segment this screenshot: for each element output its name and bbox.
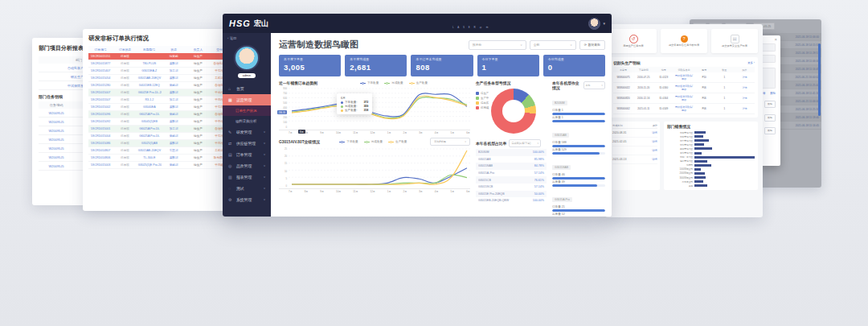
sidebar-item-报表管理[interactable]: ▥报表管理˅ bbox=[223, 171, 271, 183]
done-col-action: 操作 bbox=[653, 124, 657, 127]
upload-delete-button-3[interactable]: 删除 bbox=[764, 127, 776, 134]
detail-link[interactable]: 详情 bbox=[652, 158, 657, 161]
legend-item[interactable]: 下单数量 bbox=[360, 81, 379, 85]
upload-delete-button-2[interactable]: 删除 bbox=[764, 114, 776, 122]
sidebar-subitem-订单生产状况[interactable]: 订单生产状况 bbox=[223, 105, 271, 116]
legend-item[interactable]: 完成数量 bbox=[364, 140, 383, 143]
table-cell: 已审核 bbox=[113, 97, 137, 104]
sidebar-item-测试[interactable]: ◌测试˅ bbox=[223, 183, 271, 194]
table-row[interactable]: 5SCRD014807已审核G3015AB-20EQV东区部待生产工程部/项目 bbox=[88, 147, 235, 155]
table-cell: 两次组装切割头/回收 bbox=[674, 83, 694, 93]
column-header[interactable]: 负责人 bbox=[186, 46, 210, 53]
model-completion-table: B2030M100.00%G3015AB85.98%G3015SAB84.78%… bbox=[476, 149, 547, 204]
column-header[interactable]: 任务编码 bbox=[39, 101, 74, 109]
table-row[interactable]: 5SCRD015007已审核G6025E Pro-DL-20EQV装配部待生产华… bbox=[88, 89, 235, 97]
hbar-category-label: 华中营销大区 bbox=[667, 139, 694, 142]
table-cell: W08000820 bbox=[613, 93, 633, 104]
sidebar-item-首页[interactable]: ⌂首页 bbox=[223, 83, 271, 94]
sidebar-item-订单管理[interactable]: ▤订单管理˅ bbox=[223, 149, 271, 160]
hbar-category-label: 万瓦事业部 bbox=[667, 180, 694, 184]
column-header[interactable]: 订单状态 bbox=[113, 46, 137, 53]
column-header[interactable]: 下单时间 bbox=[633, 67, 653, 72]
refresh-button[interactable]: ⟳数据刷新 bbox=[579, 40, 605, 50]
table-row[interactable]: 5SCRD015877已审核T80-PLUS装配部待生产自动化/项目组 bbox=[88, 60, 235, 68]
modal-delete-link[interactable]: 删除 bbox=[770, 92, 776, 95]
table-row[interactable]: W080000752016-07-25ID-0123两次组装切割头/回收P101… bbox=[613, 72, 755, 83]
detail-link[interactable]: 详情 bbox=[652, 131, 657, 134]
action-card[interactable]: ▤提交异常安全生产报表 bbox=[711, 29, 758, 53]
sidebar-back-link[interactable]: ‹ 返回 bbox=[223, 33, 271, 43]
table-cell: 待生产 bbox=[186, 155, 210, 162]
legend-item[interactable]: 生产数量 bbox=[409, 81, 428, 85]
table-row[interactable]: 5SCRD015002已审核G3040EA装配部待生产华东/项目组 bbox=[88, 104, 235, 111]
upload-delete-button-1[interactable]: 删除 bbox=[764, 101, 776, 108]
donut-legend-item[interactable]: 待出库 bbox=[476, 101, 489, 105]
table-row[interactable]: 5SCRD015096已审核G6025A Pro-DL采购部待生产自动化/保障 bbox=[88, 111, 235, 118]
sidebar-item-品质管理[interactable]: ◎品质管理˅ bbox=[223, 160, 271, 171]
table-row[interactable]: 5SCRD015003已审核G3025(5)E Pro-20E采购部待生产华南组… bbox=[88, 162, 235, 169]
pct-table-row[interactable]: G3015EB-20EQB-QBW100.00% bbox=[476, 197, 547, 204]
table-row[interactable]: W080008202016-12-16ID-0164两次组装切割头/回收P061… bbox=[613, 93, 755, 104]
table-row[interactable]: 5SCRD015054已审核G3015AB-20EQV装配部待生产工程部/项目 bbox=[88, 75, 235, 82]
column-header[interactable]: 订单编号 bbox=[88, 46, 113, 53]
table-row[interactable]: 5SCRD015280已审核G4015EB-12EQ采购部待生产自动化/提升 bbox=[88, 82, 235, 89]
column-header[interactable]: 切割头名称 bbox=[674, 67, 694, 72]
column-header[interactable]: 工单号 bbox=[613, 67, 633, 72]
column-header[interactable]: 状态 bbox=[162, 46, 186, 53]
table-row[interactable]: 5SCRD015001已审核G6025A Pro-DL加工部待生产自动化/项目 bbox=[88, 126, 235, 133]
table-row[interactable]: 5SCRD015151已审核待采购待生产 bbox=[88, 53, 235, 60]
detail-link[interactable]: 详情 bbox=[652, 149, 657, 152]
legend-item[interactable]: 生产数量 bbox=[388, 140, 407, 143]
x-tick-label: 9月 bbox=[320, 131, 324, 134]
table-row[interactable]: 5SCRD014806已审核TL-300-E装配部待生产激光焊/项目组 bbox=[88, 155, 235, 162]
column-header[interactable]: 操作 bbox=[735, 67, 755, 72]
sidebar-item-label: 测试 bbox=[236, 186, 244, 191]
orders-window-title: 研发非标订单执行情况 bbox=[88, 35, 235, 43]
sidebar-item-系统管理[interactable]: ⚙系统管理˅ bbox=[223, 194, 271, 205]
pct-table-row[interactable]: B2030M100.00% bbox=[476, 149, 547, 156]
pct-table-row[interactable]: G3015SCB57.14% bbox=[476, 184, 547, 191]
sidebar-item-运营管理[interactable]: ▦运营管理 bbox=[223, 94, 271, 105]
x-tick-label: 12月 bbox=[370, 131, 375, 134]
pct-table-row[interactable]: G3015E Pro-20EQB50.00% bbox=[476, 191, 547, 198]
user-avatar[interactable] bbox=[588, 18, 600, 30]
table-row[interactable]: 5SCRD015086已审核G3025(5)AB装配部待生产华南/营销组 bbox=[88, 140, 235, 147]
sidebar-item-研发管理[interactable]: ✎研发管理˅ bbox=[223, 126, 271, 138]
table-row[interactable]: 5SCRD015407已审核G3015EA-Z加工部待生产华东/营销组 bbox=[88, 68, 235, 75]
column-header[interactable]: 机型型号 bbox=[137, 46, 162, 53]
action-card[interactable]: ↺撤回生产任务报表 bbox=[610, 29, 657, 53]
dim-scrollbar[interactable] bbox=[818, 43, 821, 116]
modal-close-icon[interactable]: × bbox=[774, 37, 777, 42]
table-row[interactable]: 5SCRD015004已审核G6025A Pro-DL采购部待生产华东/保障组 bbox=[88, 133, 235, 140]
pct-table-row[interactable]: G3015AB85.98% bbox=[476, 156, 547, 163]
detail-link[interactable]: 详情 bbox=[652, 140, 657, 143]
pct-table-row[interactable]: G3015CB76.61% bbox=[476, 176, 547, 184]
table-row[interactable]: W080000022021-01-11ID-0149两次组装切割头/回收P061… bbox=[613, 104, 755, 114]
legend-item[interactable]: 下单数量 bbox=[339, 140, 358, 143]
model-select[interactable]: 请选择机型˅ bbox=[430, 138, 470, 146]
donut-legend-item[interactable]: 已完成 bbox=[476, 106, 489, 109]
pct-metric-select[interactable]: 完成率(出库/下单)˅ bbox=[509, 139, 541, 147]
完成数量-legend-marker bbox=[384, 82, 390, 85]
table-row[interactable]: 5SCRD015507已审核R3-1.2加工部待生产华南/营销组 bbox=[88, 97, 235, 104]
scope-filter-select[interactable]: 全部˅ bbox=[530, 40, 576, 50]
table-row[interactable]: W080000222016-11-20ID-0160两次组装切割头/回收P061… bbox=[613, 83, 755, 93]
donut-legend-item[interactable]: 生产中 bbox=[476, 97, 489, 100]
column-header[interactable]: 型号 bbox=[694, 67, 714, 72]
legend-item[interactable]: 完成数量 bbox=[384, 81, 403, 85]
more-link[interactable]: 更多 › bbox=[747, 61, 755, 64]
table-row[interactable]: 5SCRD015092已审核G3045(5)EB装配部待生产华中/营销组 bbox=[88, 118, 235, 126]
sidebar-item-供应链管理[interactable]: ⇄供应链管理˅ bbox=[223, 138, 271, 149]
month-filter-select[interactable]: 按月份˅ bbox=[469, 40, 526, 50]
sidebar-subitem-物料采购分析[interactable]: 物料采购分析 bbox=[223, 116, 271, 126]
pct-table-row[interactable]: G3015SAB84.78% bbox=[476, 163, 547, 170]
column-header[interactable]: 数量 bbox=[714, 67, 735, 72]
pct-table-row[interactable]: G3015A-Pro57.14% bbox=[476, 170, 547, 177]
machine-list-year-select[interactable]: 本年˅ bbox=[583, 81, 605, 89]
chevron-down-icon[interactable]: ▾ bbox=[603, 21, 605, 26]
column-header[interactable]: 编号 bbox=[653, 67, 674, 72]
kpi-value: 808 bbox=[416, 63, 468, 72]
donut-legend-item[interactable]: 待生产 bbox=[476, 92, 489, 95]
clipboard-icon: ▤ bbox=[731, 35, 739, 43]
action-card[interactable]: ?提交年度销售任务分析报表 bbox=[661, 29, 707, 53]
